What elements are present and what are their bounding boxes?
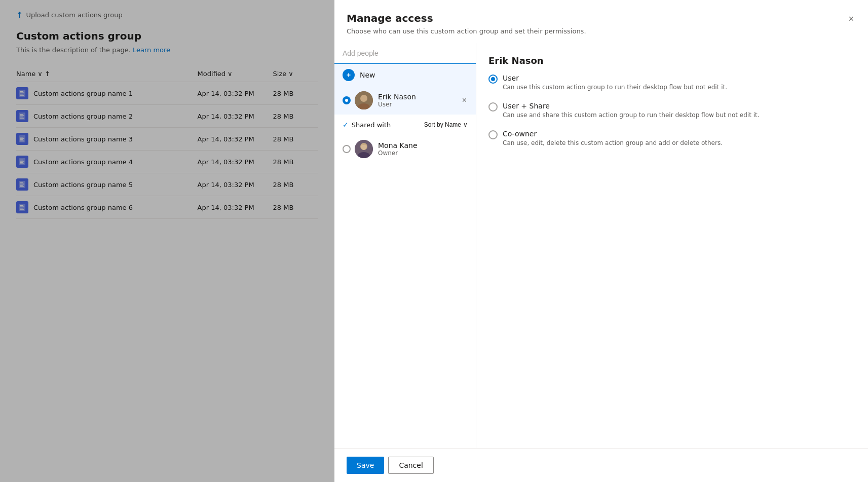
- mona-name: Mona Kane: [378, 141, 468, 150]
- erik-radio: [343, 96, 351, 104]
- erik-info: Erik Nason User: [378, 93, 461, 108]
- people-list: New Erik N: [334, 64, 476, 448]
- dialog-right-panel: Erik Nason User Can use this custom acti…: [476, 43, 868, 448]
- svg-point-32: [360, 95, 367, 102]
- mona-radio: [343, 145, 351, 153]
- user-permission-desc: Can use this custom action group to run …: [503, 83, 727, 92]
- user-share-radio: [488, 102, 498, 112]
- shared-with-header: ✓ Shared with Sort by Name ∨: [334, 115, 476, 135]
- user-permission-label: User: [503, 74, 727, 82]
- new-person-item[interactable]: New: [334, 64, 476, 86]
- dialog-body: New Erik N: [334, 43, 868, 448]
- co-owner-permission-label: Co-owner: [503, 130, 723, 138]
- permission-user[interactable]: User Can use this custom action group to…: [488, 74, 856, 92]
- user-radio-dot: [491, 77, 495, 81]
- dialog-footer: Save Cancel: [334, 448, 868, 482]
- cancel-button[interactable]: Cancel: [388, 457, 433, 474]
- new-item-label: New: [360, 71, 468, 79]
- dialog-header: Manage access Choose who can use this cu…: [334, 0, 868, 43]
- erik-radio-dot: [345, 99, 348, 102]
- permission-co-owner[interactable]: Co-owner Can use, edit, delete this cust…: [488, 130, 856, 147]
- erik-avatar: [355, 91, 373, 109]
- dialog-left-panel: New Erik N: [334, 43, 476, 448]
- add-people-input[interactable]: [343, 49, 468, 57]
- mona-role: Owner: [378, 150, 468, 157]
- user-share-permission-text: User + Share Can use and share this cust…: [503, 102, 760, 120]
- dialog-close-button[interactable]: ×: [846, 12, 856, 25]
- co-owner-radio: [488, 130, 498, 139]
- manage-access-dialog: Manage access Choose who can use this cu…: [334, 0, 868, 482]
- mona-kane-item[interactable]: Mona Kane Owner: [334, 135, 476, 163]
- erik-remove-button[interactable]: ×: [461, 95, 468, 106]
- erik-nason-item[interactable]: Erik Nason User ×: [334, 86, 476, 115]
- save-button[interactable]: Save: [347, 457, 384, 474]
- user-radio: [488, 75, 498, 84]
- sort-by-label: Sort by Name: [424, 121, 461, 128]
- erik-name: Erik Nason: [378, 93, 461, 101]
- user-share-permission-desc: Can use and share this custom action gro…: [503, 111, 760, 120]
- sort-by-button[interactable]: Sort by Name ∨: [424, 121, 468, 128]
- mona-info: Mona Kane Owner: [378, 141, 468, 157]
- add-people-wrapper: [334, 43, 476, 64]
- erik-role: User: [378, 101, 461, 108]
- co-owner-permission-text: Co-owner Can use, edit, delete this cust…: [503, 130, 723, 147]
- shared-with-label: Shared with: [352, 121, 421, 129]
- co-owner-permission-desc: Can use, edit, delete this custom action…: [503, 139, 723, 147]
- mona-avatar: [355, 140, 373, 158]
- check-icon: ✓: [343, 121, 349, 129]
- dialog-subtitle: Choose who can use this custom action gr…: [347, 27, 586, 35]
- permission-user-share[interactable]: User + Share Can use and share this cust…: [488, 102, 856, 120]
- sort-chevron-icon: ∨: [463, 121, 468, 128]
- detail-person-name: Erik Nason: [488, 55, 856, 66]
- user-share-permission-label: User + Share: [503, 102, 760, 110]
- dialog-title: Manage access: [347, 12, 586, 24]
- user-permission-text: User Can use this custom action group to…: [503, 74, 727, 92]
- new-badge: [343, 69, 355, 81]
